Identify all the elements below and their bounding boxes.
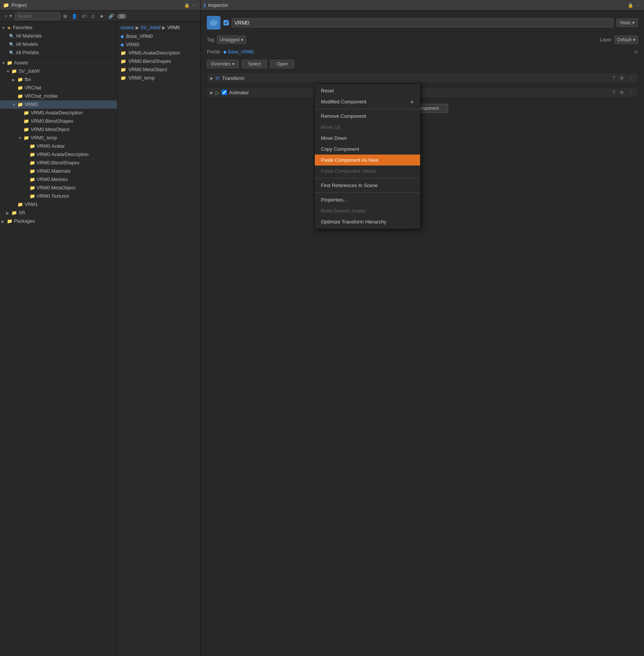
favorites-arrow: ▼ xyxy=(2,26,6,30)
asset-metaobject[interactable]: 📁 VRM0.MetaObject xyxy=(117,66,200,74)
asset-vrm0-label: VRM0 xyxy=(126,42,139,47)
fbx-icon: 📁 xyxy=(17,77,23,82)
vrm0-avatardesc-item[interactable]: ▶ 📁 VRM0.AvatarDescription xyxy=(0,109,117,117)
layer-dropdown[interactable]: Default ▾ xyxy=(614,36,638,44)
search-icon-1: 🔍 xyxy=(9,34,14,39)
add-button[interactable]: ＋ ▾ xyxy=(2,12,13,20)
breadcrumb-svjobw[interactable]: SV_JobW xyxy=(141,25,161,30)
asset-folder-icon-2: 📁 xyxy=(120,59,126,64)
xr-item[interactable]: ▶ 📁 XR xyxy=(0,209,117,217)
transform-settings-btn[interactable]: ⚙ xyxy=(618,75,625,81)
vrm0-item[interactable]: ▼ 📁 VRM0 xyxy=(0,100,117,109)
object-name-input[interactable] xyxy=(232,18,613,27)
asset-base-vrm0[interactable]: ◆ Base_VRM0 xyxy=(117,32,200,41)
context-find-references[interactable]: Find References In Scene xyxy=(315,180,420,191)
search-input[interactable] xyxy=(15,12,60,20)
view-toggle[interactable]: ⊞ xyxy=(62,13,69,20)
all-prefabs-item[interactable]: 🔍 All Prefabs xyxy=(0,48,117,57)
animator-arrow[interactable]: ▶ xyxy=(210,91,213,95)
breadcrumb-assets[interactable]: Assets xyxy=(120,25,134,30)
animator-enabled-checkbox[interactable] xyxy=(222,90,227,95)
vrm0-textures-label: VRM0.Textures xyxy=(37,194,69,199)
overrides-button[interactable]: Overrides ▾ xyxy=(207,60,239,68)
context-move-down[interactable]: Move Down xyxy=(315,133,420,144)
vrm0-avatardesc2-icon: 📁 xyxy=(30,152,35,157)
fbx-item[interactable]: ▶ 📁 fbx xyxy=(0,75,117,84)
vrm0-blendshapes-item[interactable]: ▶ 📁 VRM0.BlendShapes xyxy=(0,117,117,125)
context-properties[interactable]: Properties... xyxy=(315,194,420,205)
all-models-item[interactable]: 🔍 All Models xyxy=(0,40,117,48)
vrm0-temp-label: VRM0_temp xyxy=(31,135,57,141)
prefab-link[interactable]: ◆ Base_VRM0 xyxy=(223,49,253,55)
favorites-header[interactable]: ▼ ★ Favorites xyxy=(0,23,117,32)
inspector-lock-icon[interactable]: 🔒 xyxy=(628,3,633,8)
assets-breadcrumb: Assets ▶ SV_JobW ▶ VRM0 xyxy=(117,23,200,32)
tag-btn[interactable]: 🏷 xyxy=(80,13,88,20)
asset-icon-blue-1: ◆ xyxy=(120,34,124,39)
context-modified-component[interactable]: Modified Component ▶ xyxy=(315,96,420,107)
vrm0-meshes-icon: 📁 xyxy=(30,177,35,182)
assets-arrow: ▼ xyxy=(2,61,6,65)
vrm0-temp-item[interactable]: ▼ 📁 VRM0_temp xyxy=(0,134,117,142)
vrm0-materials-label: VRM0.Materials xyxy=(37,169,70,174)
context-copy-component[interactable]: Copy Component xyxy=(315,144,420,155)
asset-vrm0[interactable]: ◆ VRM0 xyxy=(117,41,200,49)
vrm1-icon: 📁 xyxy=(17,202,23,207)
object-name-row: Static ▾ xyxy=(224,18,638,27)
vrm0-metaobject2-item[interactable]: ▶ 📁 VRM0.MetaObject xyxy=(0,184,117,192)
prefab-row: Prefab ◆ Base_VRM0 ⊙ xyxy=(204,48,641,56)
vrchat-item[interactable]: ▶ 📁 VRChat xyxy=(0,84,117,92)
vrm0-avatar-label: VRM0.Avatar xyxy=(37,144,65,149)
submenu-arrow-1: ▶ xyxy=(411,100,414,104)
context-optimize-transform[interactable]: Optimize Transform Hierarchy xyxy=(315,216,420,227)
vrm0-avatardesc2-item[interactable]: ▶ 📁 VRM0.AvatarDescription xyxy=(0,150,117,159)
vrm0-avatardesc-label: VRM0.AvatarDescription xyxy=(31,110,83,116)
asset-vrm0-temp[interactable]: 📁 VRM0_temp xyxy=(117,74,200,82)
transform-help-btn[interactable]: ? xyxy=(611,75,617,81)
assets-header[interactable]: ▼ 📁 Assets xyxy=(0,59,117,67)
context-paste-component-as-new[interactable]: Paste Component As New xyxy=(315,155,420,166)
animator-more-btn[interactable]: ⋮ xyxy=(627,89,635,96)
vrchat-mobile-item[interactable]: ▶ 📁 VRChat_mobile xyxy=(0,92,117,100)
vrm0-icon: 📁 xyxy=(17,102,23,107)
asset-blendshapes[interactable]: 📁 VRM0.BlendShapes xyxy=(117,57,200,66)
vrm0-avatar-item[interactable]: ▶ 📁 VRM0.Avatar xyxy=(0,142,117,150)
star-btn[interactable]: ★ xyxy=(98,13,105,20)
packages-item[interactable]: ▶ 📁 Packages xyxy=(0,217,117,225)
static-button[interactable]: Static ▾ xyxy=(616,19,638,27)
object-enabled-checkbox[interactable] xyxy=(224,20,229,25)
vrm0-metaobject-item[interactable]: ▶ 📁 VRM0.MetaObject xyxy=(0,125,117,134)
context-reset[interactable]: Reset xyxy=(315,85,420,96)
context-move-down-label: Move Down xyxy=(321,135,347,141)
more-icon[interactable]: ⋯ xyxy=(192,2,197,8)
animator-help-btn[interactable]: ? xyxy=(611,89,617,96)
link-btn[interactable]: 🔗 xyxy=(107,13,116,20)
alert-btn[interactable]: ⚠ xyxy=(89,13,97,20)
open-button[interactable]: Open xyxy=(270,60,294,68)
vrm0-avatardesc-icon: 📁 xyxy=(23,110,29,116)
vrm0-meshes-item[interactable]: ▶ 📁 VRM0.Meshes xyxy=(0,175,117,184)
filter-btn[interactable]: 👤 xyxy=(70,13,79,20)
sv-jobw-item[interactable]: ▼ 📁 SV_JobW xyxy=(0,67,117,75)
transform-more-btn[interactable]: ⋮ xyxy=(627,75,635,81)
vrm1-item[interactable]: ▶ 📁 VRM1 xyxy=(0,200,117,209)
context-paste-new-label: Paste Component As New xyxy=(321,157,378,163)
inspector-more-icon[interactable]: ⋯ xyxy=(636,2,641,8)
vrm0-blendshapes2-item[interactable]: ▶ 📁 VRM0.BlendShapes xyxy=(0,159,117,167)
animator-settings-btn[interactable]: ⚙ xyxy=(618,89,625,96)
select-button[interactable]: Select xyxy=(242,60,267,68)
transform-arrow[interactable]: ▶ xyxy=(210,76,213,80)
vrm0-materials-item[interactable]: ▶ 📁 VRM0.Materials xyxy=(0,167,117,175)
context-move-up: Move Up xyxy=(315,122,420,133)
vrm1-label: VRM1 xyxy=(25,202,38,207)
sv-jobw-icon: 📁 xyxy=(11,69,17,74)
project-tree: ▼ ★ Favorites 🔍 All Materials 🔍 All Mode… xyxy=(0,22,117,656)
asset-avatardesc[interactable]: 📁 VRM0.AvatarDescription xyxy=(117,49,200,57)
vrm0-textures-item[interactable]: ▶ 📁 VRM0.Textures xyxy=(0,192,117,200)
context-remove-component[interactable]: Remove Component xyxy=(315,111,420,122)
vrchat-mobile-label: VRChat_mobile xyxy=(25,94,58,99)
context-properties-label: Properties... xyxy=(321,197,347,203)
all-materials-item[interactable]: 🔍 All Materials xyxy=(0,32,117,40)
context-build-avatar: Build Generic Avatar xyxy=(315,205,420,216)
tag-dropdown[interactable]: Untagged ▾ xyxy=(217,36,246,44)
